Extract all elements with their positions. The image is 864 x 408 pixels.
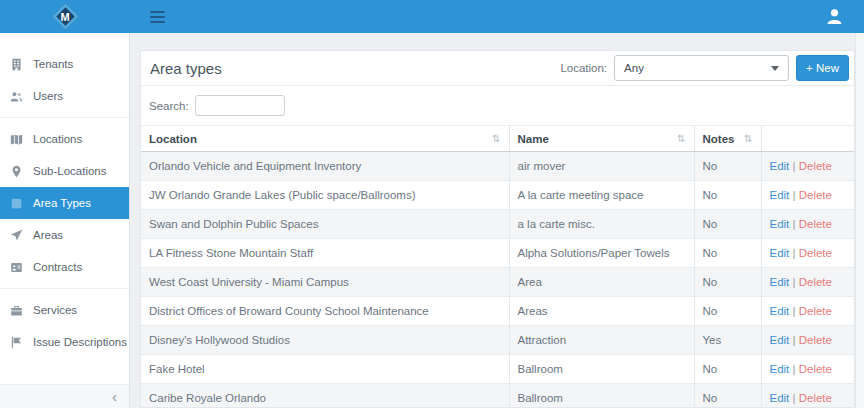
map-marker-icon	[10, 165, 24, 178]
table-row: Swan and Dolphin Public Spacesa la carte…	[141, 210, 855, 239]
edit-link[interactable]: Edit	[770, 276, 790, 288]
name-cell: air mover	[509, 152, 694, 181]
delete-link[interactable]: Delete	[799, 276, 832, 288]
action-separator: |	[789, 363, 798, 375]
delete-link[interactable]: Delete	[799, 247, 832, 259]
user-icon[interactable]	[825, 7, 844, 26]
column-header-name[interactable]: Name ⇅	[509, 126, 694, 152]
sidebar-item-sub-locations[interactable]: Sub-Locations	[0, 155, 129, 187]
table-row: Orlando Vehicle and Equipment Inventorya…	[141, 152, 855, 181]
delete-link[interactable]: Delete	[799, 363, 832, 375]
sidebar-item-label: Sub-Locations	[33, 165, 107, 177]
edit-link[interactable]: Edit	[770, 160, 790, 172]
edit-link[interactable]: Edit	[770, 305, 790, 317]
action-separator: |	[789, 334, 798, 346]
building-icon	[10, 58, 24, 71]
name-cell: Attraction	[509, 326, 694, 355]
notes-cell: No	[694, 210, 761, 239]
location-cell: JW Orlando Grande Lakes (Public space/Ba…	[141, 181, 509, 210]
sidebar-item-issue-descriptions[interactable]: Issue Descriptions	[0, 326, 129, 358]
location-arrow-icon	[10, 229, 24, 242]
contract-icon	[10, 261, 24, 274]
sidebar-item-label: Issue Descriptions	[33, 336, 127, 348]
column-header-actions	[761, 126, 855, 152]
action-separator: |	[789, 218, 798, 230]
sidebar-item-label: Locations	[33, 133, 82, 145]
sidebar-item-contracts[interactable]: Contracts	[0, 251, 129, 283]
location-cell: Fake Hotel	[141, 355, 509, 384]
sidebar-item-locations[interactable]: Locations	[0, 123, 129, 155]
sidebar-item-label: Services	[33, 304, 77, 316]
column-label: Notes	[703, 133, 735, 145]
delete-link[interactable]: Delete	[799, 334, 832, 346]
delete-link[interactable]: Delete	[799, 218, 832, 230]
action-separator: |	[789, 189, 798, 201]
location-cell: District Offices of Broward County Schoo…	[141, 297, 509, 326]
name-cell: A la carte meeting space	[509, 181, 694, 210]
users-icon	[10, 90, 24, 103]
sort-icon: ⇅	[677, 133, 685, 144]
action-separator: |	[789, 276, 798, 288]
action-separator: |	[789, 247, 798, 259]
area-types-table: Location ⇅ Name ⇅ Notes ⇅ Orlando Vehicl…	[141, 125, 855, 408]
table-header-row: Location ⇅ Name ⇅ Notes ⇅	[141, 126, 855, 152]
sidebar-item-tenants[interactable]: Tenants	[0, 48, 129, 80]
table-row: District Offices of Broward County Schoo…	[141, 297, 855, 326]
table-row: Caribe Royale OrlandoBallroomNoEdit | De…	[141, 384, 855, 408]
delete-link[interactable]: Delete	[799, 392, 832, 404]
action-separator: |	[789, 305, 798, 317]
location-cell: LA Fitness Stone Mountain Staff	[141, 239, 509, 268]
logo-letter: M	[60, 10, 69, 22]
name-cell: Ballroom	[509, 384, 694, 408]
delete-link[interactable]: Delete	[799, 160, 832, 172]
delete-link[interactable]: Delete	[799, 189, 832, 201]
name-cell: Areas	[509, 297, 694, 326]
sidebar-item-label: Tenants	[33, 58, 73, 70]
notes-cell: No	[694, 239, 761, 268]
sidebar-collapse-button[interactable]: ‹	[112, 389, 117, 404]
hamburger-icon[interactable]	[148, 4, 167, 30]
name-cell: Area	[509, 268, 694, 297]
notes-cell: No	[694, 181, 761, 210]
edit-link[interactable]: Edit	[770, 247, 790, 259]
header-controls: Location: Any + New	[560, 55, 849, 81]
sidebar: TenantsUsersLocationsSub-LocationsArea T…	[0, 33, 130, 408]
name-cell: Ballroom	[509, 355, 694, 384]
name-cell: a la carte misc.	[509, 210, 694, 239]
table-row: West Coast University - Miami CampusArea…	[141, 268, 855, 297]
column-header-location[interactable]: Location ⇅	[141, 126, 509, 152]
flag-icon	[10, 336, 24, 349]
chevron-down-icon	[771, 66, 779, 71]
sidebar-group: ServicesIssue Descriptions	[0, 288, 129, 363]
sidebar-item-areas[interactable]: Areas	[0, 219, 129, 251]
table-row: Fake HotelBallroomNoEdit | Delete	[141, 355, 855, 384]
new-button[interactable]: + New	[796, 55, 849, 81]
edit-link[interactable]: Edit	[770, 363, 790, 375]
table-row: LA Fitness Stone Mountain StaffAlpha Sol…	[141, 239, 855, 268]
action-separator: |	[789, 392, 798, 404]
sidebar-footer: ‹	[0, 384, 129, 408]
actions-cell: Edit | Delete	[761, 355, 855, 384]
map-icon	[10, 133, 24, 146]
scrollbar-track[interactable]	[855, 33, 864, 408]
edit-link[interactable]: Edit	[770, 189, 790, 201]
briefcase-icon	[10, 304, 24, 317]
notes-cell: No	[694, 297, 761, 326]
sidebar-item-users[interactable]: Users	[0, 80, 129, 112]
edit-link[interactable]: Edit	[770, 218, 790, 230]
edit-link[interactable]: Edit	[770, 334, 790, 346]
actions-cell: Edit | Delete	[761, 268, 855, 297]
sidebar-group: TenantsUsers	[0, 43, 129, 117]
sidebar-item-services[interactable]: Services	[0, 294, 129, 326]
search-input[interactable]	[195, 95, 285, 116]
sidebar-item-label: Contracts	[33, 261, 82, 273]
location-select-value: Any	[624, 62, 771, 74]
edit-link[interactable]: Edit	[770, 392, 790, 404]
actions-cell: Edit | Delete	[761, 297, 855, 326]
sidebar-item-area-types[interactable]: Area Types	[0, 187, 129, 219]
column-header-notes[interactable]: Notes ⇅	[694, 126, 761, 152]
location-select[interactable]: Any	[614, 55, 789, 81]
topbar: M	[0, 0, 864, 33]
logo: M	[0, 0, 130, 33]
delete-link[interactable]: Delete	[799, 305, 832, 317]
